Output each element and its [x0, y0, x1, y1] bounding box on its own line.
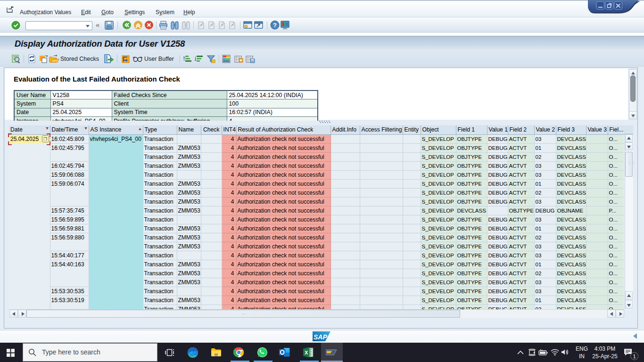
svg-text:X: X — [305, 350, 308, 355]
svg-text:SAP: SAP — [314, 333, 327, 341]
svg-text:?: ? — [273, 22, 277, 29]
